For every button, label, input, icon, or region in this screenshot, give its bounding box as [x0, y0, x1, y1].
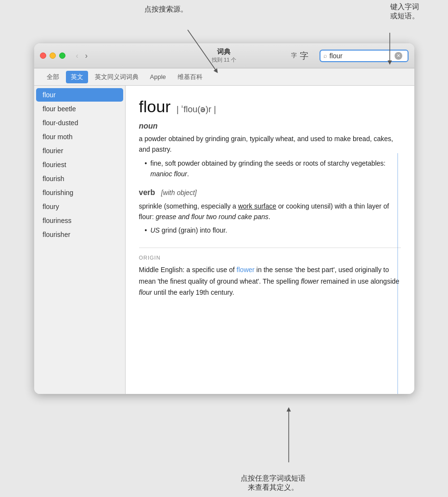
link-flower[interactable]: flower: [237, 266, 255, 274]
nav-buttons: ‹ ›: [73, 51, 91, 61]
pos-noun: noun: [139, 122, 401, 131]
sidebar-item-flouriest[interactable]: flouriest: [36, 158, 123, 171]
sidebar-item-flour[interactable]: flour: [36, 88, 123, 102]
titlebar: ‹ › 词典 找到 11 个 字 字 ⌕ ✕: [34, 43, 414, 68]
word-phonetic: | ˈflou(ə)r |: [177, 104, 216, 115]
window-title: 词典: [212, 48, 236, 56]
word-header: flour | ˈflou(ə)r |: [139, 97, 401, 116]
sidebar-item-flour-moth[interactable]: flour moth: [36, 130, 123, 144]
origin-text: Middle English: a specific use of flower…: [139, 264, 401, 299]
link-work-surface[interactable]: work surface: [238, 202, 276, 210]
font-small-button[interactable]: 字: [291, 50, 297, 62]
callout-type-word: 键入字词 或短语。: [390, 2, 419, 21]
pos-verb: verb: [139, 188, 155, 196]
sidebar-item-flourishing[interactable]: flourishing: [36, 186, 123, 199]
fullscreen-button[interactable]: [59, 52, 65, 59]
font-size-controls: 字 字: [291, 50, 308, 62]
origin-label: ORIGIN: [139, 255, 401, 261]
tab-apple[interactable]: Apple: [145, 71, 171, 82]
search-clear-button[interactable]: ✕: [395, 52, 402, 60]
sidebar-item-flourier[interactable]: flourier: [36, 144, 123, 157]
verb-section: verb [with object]: [139, 188, 401, 197]
sidebar-item-floury[interactable]: floury: [36, 200, 123, 213]
origin-section: ORIGIN Middle English: a specific use of…: [139, 248, 401, 299]
body-area: flour flour beetle flour-dusted flour mo…: [34, 86, 414, 394]
tabbar: 全部 英文 英文同义词词典 Apple 维基百科: [34, 68, 414, 86]
sidebar-item-flour-dusted[interactable]: flour-dusted: [36, 116, 123, 130]
verb-definition-1: sprinkle (something, especially a work s…: [139, 201, 401, 222]
main-content: flour | ˈflou(ə)r | noun a powder obtain…: [126, 86, 414, 394]
sidebar-item-flourish[interactable]: flourish: [36, 172, 123, 185]
tab-english[interactable]: 英文: [66, 71, 88, 83]
tab-all[interactable]: 全部: [42, 71, 64, 83]
verb-qualifier: [with object]: [161, 189, 197, 196]
search-input[interactable]: [330, 52, 392, 60]
window-title-area: 词典 找到 11 个: [212, 48, 236, 64]
sidebar: flour flour beetle flour-dusted flour mo…: [34, 86, 126, 394]
font-large-button[interactable]: 字: [300, 50, 308, 62]
verb-bullet-1: US grind (grain) into flour.: [145, 225, 401, 235]
dictionary-window: ‹ › 词典 找到 11 个 字 字 ⌕ ✕ 全部 英文 英文同义词词典 App…: [34, 43, 414, 394]
noun-definition-1: a powder obtained by grinding grain, typ…: [139, 133, 401, 155]
tab-thesaurus[interactable]: 英文同义词词典: [90, 71, 143, 83]
close-button[interactable]: [40, 52, 46, 59]
noun-bullet-1: fine, soft powder obtained by grinding t…: [145, 158, 401, 180]
tab-wiki[interactable]: 维基百科: [173, 71, 207, 83]
sidebar-item-flourisher[interactable]: flourisher: [36, 228, 123, 241]
search-icon: ⌕: [323, 52, 327, 59]
forward-button[interactable]: ›: [82, 51, 90, 61]
sidebar-item-flouriness[interactable]: flouriness: [36, 214, 123, 227]
sidebar-item-flour-beetle[interactable]: flour beetle: [36, 102, 123, 116]
back-button[interactable]: ‹: [73, 51, 81, 61]
callout-click-word: 点按任意字词或短语 来查看其定义。: [241, 474, 306, 492]
result-count: 找到 11 个: [212, 56, 236, 64]
word-title: flour: [139, 97, 171, 116]
search-box[interactable]: ⌕ ✕: [320, 50, 409, 62]
minimize-button[interactable]: [50, 52, 56, 59]
traffic-lights: [40, 52, 65, 59]
callout-search-source: 点按搜索源。: [144, 5, 188, 14]
